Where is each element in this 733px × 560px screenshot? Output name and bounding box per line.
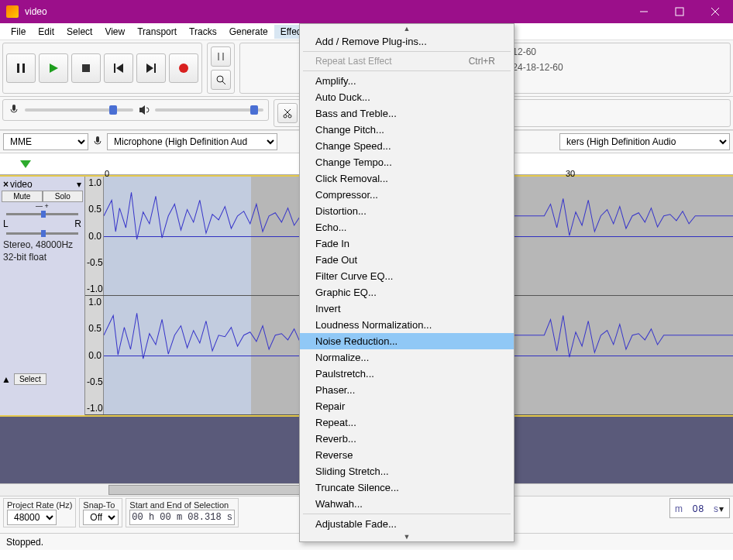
menu-item-paulstretch[interactable]: Paulstretch... — [300, 366, 514, 382]
menu-item-compressor[interactable]: Compressor... — [300, 187, 514, 203]
track-close-button[interactable]: × — [3, 179, 9, 190]
pan-left-label: L — [3, 218, 9, 229]
menu-item-adjustable-fade[interactable]: Adjustable Fade... — [300, 516, 514, 532]
svg-point-22 — [284, 115, 287, 118]
menu-item-repeat[interactable]: Repeat... — [300, 414, 514, 431]
skip-start-button[interactable] — [104, 53, 133, 83]
menu-item-amplify[interactable]: Amplify... — [300, 73, 514, 89]
menu-item-sliding-stretch[interactable]: Sliding Stretch... — [300, 463, 514, 479]
effect-menu-dropdown: ▲ Add / Remove Plug-ins... Repeat Last E… — [299, 23, 514, 542]
mic-icon — [91, 136, 104, 148]
menu-separator — [303, 51, 511, 52]
menu-scroll-down-icon[interactable]: ▼ — [300, 532, 514, 541]
snap-to-select[interactable]: Off — [83, 510, 119, 525]
menu-item-add-remove-plugins[interactable]: Add / Remove Plug-ins... — [300, 33, 514, 50]
menu-item-reverb[interactable]: Reverb... — [300, 431, 514, 447]
track-menu-chevron-icon[interactable]: ▾ — [77, 179, 81, 190]
menu-scroll-up-icon[interactable]: ▲ — [300, 24, 514, 33]
playback-volume-slider[interactable] — [155, 108, 263, 112]
pause-button[interactable] — [6, 53, 36, 83]
window-titlebar: video — [0, 0, 733, 23]
svg-rect-11 — [154, 64, 156, 73]
menu-item-wahwah[interactable]: Wahwah... — [300, 496, 514, 512]
close-button[interactable] — [697, 0, 733, 23]
menu-item-change-pitch[interactable]: Change Pitch... — [300, 122, 514, 138]
menu-item-repair[interactable]: Repair — [300, 398, 514, 414]
menu-item-graphic-eq[interactable]: Graphic EQ... — [300, 284, 514, 301]
recording-device-select[interactable]: Microphone (High Definition Aud — [107, 133, 277, 150]
transport-toolbar — [2, 43, 202, 94]
menu-item-filter-curve-eq[interactable]: Filter Curve EQ... — [300, 268, 514, 284]
svg-marker-21 — [139, 105, 145, 115]
menu-item-invert[interactable]: Invert — [300, 301, 514, 317]
audio-position-display[interactable]: m 08 s▾ — [669, 498, 730, 518]
edit-toolbar — [274, 99, 301, 127]
minimize-button[interactable] — [626, 0, 662, 23]
menu-item-reverse[interactable]: Reverse — [300, 447, 514, 463]
menu-item-bass-and-treble[interactable]: Bass and Treble... — [300, 105, 514, 122]
menu-item-fade-in[interactable]: Fade In — [300, 235, 514, 252]
playhead-marker-icon[interactable] — [20, 160, 31, 168]
cut-button[interactable] — [277, 103, 298, 123]
recording-volume-toolbar — [2, 99, 269, 121]
selection-start-field[interactable]: 00 h 00 m 08.318 s — [129, 510, 235, 525]
menu-item-change-tempo[interactable]: Change Tempo... — [300, 154, 514, 170]
stop-button[interactable] — [71, 53, 101, 83]
amplitude-scale: 1.00.50.0-0.5-1.0 — [85, 177, 104, 295]
menu-transport[interactable]: Transport — [131, 25, 183, 39]
menu-generate[interactable]: Generate — [223, 25, 274, 39]
meter-tick: 0 — [531, 46, 536, 57]
menu-item-click-removal[interactable]: Click Removal... — [300, 170, 514, 187]
selection-tool-button[interactable] — [211, 46, 231, 67]
track-select-button[interactable]: Select — [14, 373, 46, 385]
menu-item-noise-reduction[interactable]: Noise Reduction... — [300, 333, 514, 349]
svg-line-24 — [285, 109, 291, 115]
menu-edit[interactable]: Edit — [32, 25, 60, 39]
menu-select[interactable]: Select — [60, 25, 98, 39]
audio-host-select[interactable]: MME — [3, 133, 88, 150]
meter-tick: -6 — [523, 46, 532, 57]
menu-file[interactable]: File — [5, 25, 32, 39]
speaker-icon — [138, 104, 150, 116]
track-collapse-icon[interactable]: ▲ — [2, 374, 11, 385]
svg-marker-6 — [50, 64, 58, 73]
svg-rect-31 — [96, 136, 99, 143]
menu-item-repeat-last: Repeat Last EffectCtrl+R — [300, 53, 514, 69]
menu-item-echo[interactable]: Echo... — [300, 219, 514, 235]
gain-slider[interactable] — [6, 213, 78, 215]
track-name[interactable]: video — [10, 179, 75, 190]
menu-item-distortion[interactable]: Distortion... — [300, 203, 514, 219]
menu-item-auto-duck[interactable]: Auto Duck... — [300, 89, 514, 105]
menu-item-change-speed[interactable]: Change Speed... — [300, 138, 514, 154]
menu-item-phaser[interactable]: Phaser... — [300, 382, 514, 398]
zoom-tool-button[interactable] — [211, 70, 231, 90]
svg-rect-7 — [82, 64, 90, 72]
meter-tick: 0 — [558, 62, 563, 73]
svg-point-12 — [179, 64, 188, 73]
menu-item-fade-out[interactable]: Fade Out — [300, 252, 514, 268]
play-button[interactable] — [39, 53, 68, 83]
maximize-button[interactable] — [662, 0, 697, 23]
svg-rect-20 — [12, 105, 15, 111]
svg-rect-4 — [17, 64, 19, 73]
record-button[interactable] — [169, 53, 198, 83]
project-rate-select[interactable]: 48000 — [7, 510, 57, 525]
skip-end-button[interactable] — [136, 53, 166, 83]
svg-point-15 — [217, 76, 223, 82]
playback-device-select[interactable]: kers (High Definition Audio — [559, 133, 730, 150]
solo-button[interactable]: Solo — [43, 191, 84, 202]
menu-view[interactable]: View — [98, 25, 131, 39]
pan-slider[interactable] — [6, 232, 78, 235]
menu-item-normalize[interactable]: Normalize... — [300, 349, 514, 366]
menu-item-truncate-silence[interactable]: Truncate Silence... — [300, 479, 514, 496]
menu-tracks[interactable]: Tracks — [183, 25, 223, 39]
recording-volume-slider[interactable] — [25, 108, 133, 112]
mute-button[interactable]: Mute — [2, 191, 43, 202]
menu-item-loudness-normalization[interactable]: Loudness Normalization... — [300, 317, 514, 333]
track-format-label: Stereo, 48000Hz — [3, 239, 81, 252]
status-text: Stopped. — [6, 537, 43, 548]
svg-point-23 — [288, 115, 291, 118]
selection-label: Start and End of Selection — [129, 500, 235, 510]
svg-line-25 — [284, 109, 290, 115]
mic-icon — [8, 104, 20, 116]
